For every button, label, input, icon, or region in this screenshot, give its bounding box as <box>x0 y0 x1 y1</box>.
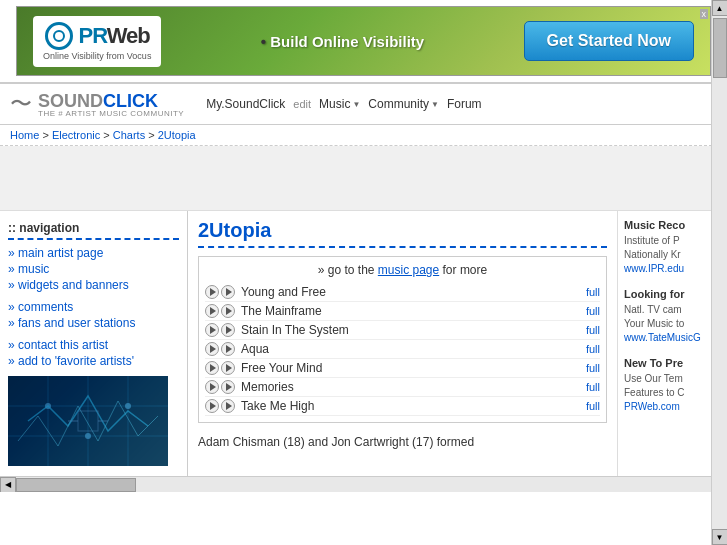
track-full-link[interactable]: full <box>586 343 600 355</box>
site-tagline: THE # ARTIST MUSIC COMMUNITY <box>38 109 184 118</box>
prweb-logo: PRWeb Online Visibility from Vocus <box>33 16 161 67</box>
track-full-link[interactable]: full <box>586 305 600 317</box>
svg-point-8 <box>125 403 131 409</box>
breadcrumb-charts[interactable]: Charts <box>113 129 145 141</box>
scroll-vertical-thumb[interactable] <box>713 18 727 78</box>
sidebar-group-3: contact this artist add to 'favorite art… <box>8 338 179 368</box>
get-started-button[interactable]: Get Started Now <box>524 21 694 61</box>
scroll-up-button[interactable]: ▲ <box>712 0 728 16</box>
scroll-vertical-track <box>712 16 727 492</box>
music-page-suffix: for more <box>439 263 487 277</box>
track-full-link[interactable]: full <box>586 400 600 412</box>
sidebar-nav-title: :: navigation <box>8 221 179 240</box>
track-name: Memories <box>241 380 586 394</box>
track-name: Aqua <box>241 342 586 356</box>
artist-title: 2Utopia <box>198 219 607 248</box>
sidebar-item-widgets: widgets and banners <box>8 278 179 292</box>
track-play-buttons <box>205 342 235 356</box>
right-ad-link-1[interactable]: www.IPR.edu <box>624 263 684 274</box>
nav-community-dropdown[interactable]: Community ▼ <box>368 97 439 111</box>
music-page-link[interactable]: music page <box>378 263 439 277</box>
track-name: Take Me High <box>241 399 586 413</box>
ad-headline: • Build Online Visibility <box>261 33 424 50</box>
sidebar-item-main-artist: main artist page <box>8 246 179 260</box>
track-name: The Mainframe <box>241 304 586 318</box>
track-full-link[interactable]: full <box>586 324 600 336</box>
sidebar-item-fans: fans and user stations <box>8 316 179 330</box>
scroll-left-button[interactable]: ◀ <box>0 477 16 493</box>
play-button-2[interactable] <box>221 380 235 394</box>
breadcrumb-artist[interactable]: 2Utopia <box>158 129 196 141</box>
sidebar-link-add-favorite[interactable]: add to 'favorite artists' <box>8 354 134 368</box>
ad-bullet: • <box>261 33 266 50</box>
track-row: The Mainframe full <box>205 302 600 321</box>
sidebar-item-music: music <box>8 262 179 276</box>
track-play-buttons <box>205 285 235 299</box>
sidebar-link-comments[interactable]: comments <box>8 300 73 314</box>
prweb-circle-icon <box>45 22 73 50</box>
nav-forum[interactable]: Forum <box>447 97 482 111</box>
music-page-prefix: » go to the <box>318 263 378 277</box>
right-ad-body-3: Use Our TemFeatures to CPRWeb.com <box>624 372 721 414</box>
track-full-link[interactable]: full <box>586 381 600 393</box>
play-button-2[interactable] <box>221 399 235 413</box>
breadcrumb-sep2: > <box>103 129 109 141</box>
sidebar-item-comments: comments <box>8 300 179 314</box>
track-full-link[interactable]: full <box>586 286 600 298</box>
play-button-2[interactable] <box>221 342 235 356</box>
scroll-thumb[interactable] <box>16 478 136 492</box>
right-ad-link-2[interactable]: www.TateMusicG <box>624 332 701 343</box>
play-button-1[interactable] <box>205 342 219 356</box>
play-button-1[interactable] <box>205 285 219 299</box>
right-ad-title-3: New To Pre <box>624 357 721 369</box>
right-ad-body-2: Natl. TV camYour Music towww.TateMusicG <box>624 303 721 345</box>
nav-music-dropdown[interactable]: Music ▼ <box>319 97 360 111</box>
sidebar-item-contact: contact this artist <box>8 338 179 352</box>
play-button-2[interactable] <box>221 323 235 337</box>
track-name: Young and Free <box>241 285 586 299</box>
sidebar-link-fans[interactable]: fans and user stations <box>8 316 135 330</box>
track-play-buttons <box>205 361 235 375</box>
track-full-link[interactable]: full <box>586 362 600 374</box>
horizontal-scrollbar: ◀ ▶ <box>0 476 727 492</box>
vertical-scrollbar: ▲ ▼ <box>711 0 727 492</box>
music-arrow: ▼ <box>352 100 360 109</box>
play-button-1[interactable] <box>205 380 219 394</box>
svg-point-7 <box>85 433 91 439</box>
play-button-2[interactable] <box>221 361 235 375</box>
track-row: Aqua full <box>205 340 600 359</box>
track-row: Free Your Mind full <box>205 359 600 378</box>
play-button-2[interactable] <box>221 285 235 299</box>
track-row: Stain In The System full <box>205 321 600 340</box>
play-button-2[interactable] <box>221 304 235 318</box>
main-content: :: navigation main artist page music wid… <box>0 211 727 476</box>
artist-panel: 2Utopia » go to the music page for more … <box>188 211 617 476</box>
sidebar-link-widgets[interactable]: widgets and banners <box>8 278 129 292</box>
sidebar: :: navigation main artist page music wid… <box>0 211 188 476</box>
ad-corner-x[interactable]: x <box>700 9 709 19</box>
nav-edit-link[interactable]: edit <box>293 98 311 110</box>
track-play-buttons <box>205 323 235 337</box>
play-button-1[interactable] <box>205 323 219 337</box>
prweb-tagline: Online Visibility from Vocus <box>43 51 151 61</box>
track-name: Free Your Mind <box>241 361 586 375</box>
sidebar-group-2: comments fans and user stations <box>8 300 179 330</box>
sound-text: SOUND <box>38 91 103 111</box>
play-button-1[interactable] <box>205 304 219 318</box>
breadcrumb-home[interactable]: Home <box>10 129 39 141</box>
sidebar-links-3: contact this artist add to 'favorite art… <box>8 338 179 368</box>
nav-my-soundclick[interactable]: My.SoundClick <box>206 97 285 111</box>
sidebar-link-main-artist[interactable]: main artist page <box>8 246 103 260</box>
track-row: Take Me High full <box>205 397 600 416</box>
breadcrumb-electronic[interactable]: Electronic <box>52 129 100 141</box>
track-play-buttons <box>205 399 235 413</box>
sidebar-link-contact[interactable]: contact this artist <box>8 338 108 352</box>
right-ad-link-3[interactable]: PRWeb.com <box>624 401 680 412</box>
track-row: Memories full <box>205 378 600 397</box>
sidebar-link-music[interactable]: music <box>8 262 49 276</box>
right-ad-title-1: Music Reco <box>624 219 721 231</box>
play-button-1[interactable] <box>205 361 219 375</box>
track-play-buttons <box>205 304 235 318</box>
play-button-1[interactable] <box>205 399 219 413</box>
right-ad-block-1: Music Reco Institute of PNationally Krww… <box>624 219 721 276</box>
